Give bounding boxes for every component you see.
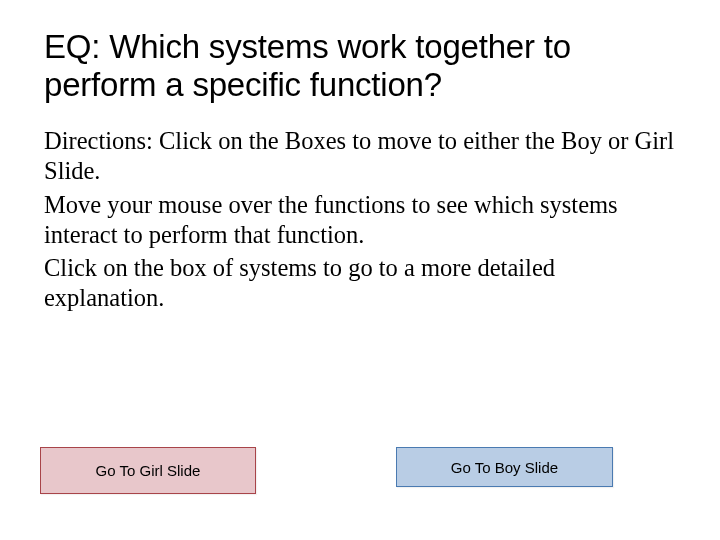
directions-line-2: Move your mouse over the functions to se… (44, 190, 676, 250)
directions-line-1: Directions: Click on the Boxes to move t… (44, 126, 676, 186)
directions-line-3: Click on the box of systems to go to a m… (44, 253, 676, 313)
girl-button-label: Go To Girl Slide (96, 462, 201, 479)
directions-block: Directions: Click on the Boxes to move t… (44, 126, 676, 313)
go-to-girl-slide-button[interactable]: Go To Girl Slide (40, 447, 256, 494)
slide-title: EQ: Which systems work together to perfo… (44, 28, 676, 104)
go-to-boy-slide-button[interactable]: Go To Boy Slide (396, 447, 613, 487)
slide-container: EQ: Which systems work together to perfo… (0, 0, 720, 540)
navigation-buttons: Go To Girl Slide Go To Boy Slide (40, 447, 684, 494)
boy-button-label: Go To Boy Slide (451, 459, 558, 476)
